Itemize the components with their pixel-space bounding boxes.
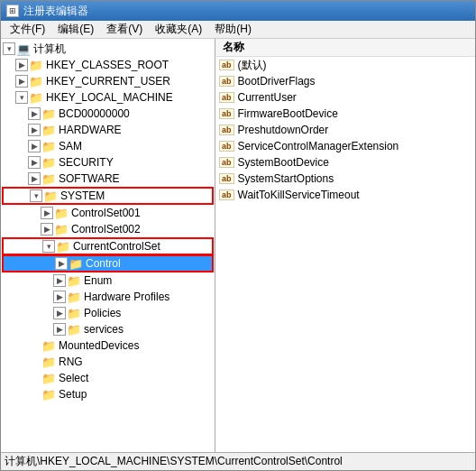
- tree-node-cs002[interactable]: ▶ 📁 ControlSet002: [1, 221, 215, 237]
- tree-label-security: SECURITY: [59, 156, 114, 169]
- expand-hkcr[interactable]: ▶: [15, 59, 28, 71]
- tree-node-hardware[interactable]: ▶ 📁 HARDWARE: [1, 122, 215, 138]
- expand-services[interactable]: ▶: [53, 323, 66, 336]
- expand-control[interactable]: ▶: [55, 257, 68, 270]
- tree-node-ccs[interactable]: ▾ 📁 CurrentControlSet: [3, 238, 213, 254]
- tree-node-services[interactable]: ▶ 📁 services: [1, 321, 215, 337]
- tree-label-cs002: ControlSet002: [71, 223, 141, 236]
- expand-policies[interactable]: ▶: [53, 307, 66, 319]
- tree-node-sam[interactable]: ▶ 📁 SAM: [1, 138, 215, 154]
- tree-label-enum: Enum: [84, 274, 112, 287]
- expand-sam[interactable]: ▶: [28, 140, 41, 152]
- folder-icon-cs002: 📁: [54, 223, 69, 236]
- tree-node-enum[interactable]: ▶ 📁 Enum: [1, 272, 215, 289]
- folder-icon-setup: 📁: [41, 388, 56, 401]
- ab-icon-sso: ab: [219, 173, 234, 184]
- expand-hwprofiles[interactable]: ▶: [53, 291, 66, 303]
- folder-icon-policies: 📁: [67, 307, 81, 319]
- reg-label-currentuser: CurrentUser: [238, 91, 297, 104]
- expand-software[interactable]: ▶: [28, 172, 41, 185]
- expand-cs001[interactable]: ▶: [41, 207, 53, 219]
- reg-label-waittokillservicetimeout: WaitToKillServiceTimeout: [238, 189, 360, 201]
- left-pane: ▾ 💻 计算机 ▶ 📁 HKEY_CLASSES_ROOT ▶ 📁 HKEY_C…: [1, 39, 215, 452]
- tree-node-system[interactable]: ▾ 📁 SYSTEM: [3, 188, 213, 204]
- menu-help[interactable]: 帮助(H): [209, 20, 257, 39]
- registry-tree: ▾ 💻 计算机 ▶ 📁 HKEY_CLASSES_ROOT ▶ 📁 HKEY_C…: [1, 39, 215, 404]
- computer-folder-icon: 💻: [16, 42, 31, 55]
- reg-item-preshutdownorder[interactable]: ab PreshutdownOrder: [215, 122, 475, 138]
- title-bar: ⊞ 注册表编辑器: [1, 1, 475, 21]
- reg-item-scmext[interactable]: ab ServiceControlManagerExtension: [215, 138, 475, 154]
- tree-node-bcd[interactable]: ▶ 📁 BCD00000000: [1, 106, 215, 122]
- reg-item-bootdriverflags[interactable]: ab BootDriverFlags: [215, 73, 475, 89]
- content-area: ▾ 💻 计算机 ▶ 📁 HKEY_CLASSES_ROOT ▶ 📁 HKEY_C…: [1, 39, 475, 452]
- tree-node-setup[interactable]: 📁 Setup: [1, 386, 215, 402]
- reg-item-firmwarebootdevice[interactable]: ab FirmwareBootDevice: [215, 106, 475, 122]
- tree-label-hardware: HARDWARE: [59, 124, 122, 136]
- tree-node-computer[interactable]: ▾ 💻 计算机: [1, 41, 215, 57]
- tree-node-mounteddevices[interactable]: 📁 MountedDevices: [1, 337, 215, 354]
- tree-node-control[interactable]: ▶ 📁 Control: [3, 255, 213, 272]
- registry-editor-window: ⊞ 注册表编辑器 文件(F) 编辑(E) 查看(V) 收藏夹(A) 帮助(H) …: [0, 0, 476, 471]
- expand-cs002[interactable]: ▶: [41, 223, 53, 236]
- reg-item-currentuser[interactable]: ab CurrentUser: [215, 89, 475, 106]
- folder-icon-system: 📁: [43, 189, 58, 202]
- tree-node-policies[interactable]: ▶ 📁 Policies: [1, 305, 215, 321]
- tree-label-services: services: [84, 323, 124, 336]
- tree-label-software: SOFTWARE: [59, 172, 120, 185]
- menu-view[interactable]: 查看(V): [101, 20, 148, 39]
- folder-icon-select: 📁: [41, 372, 56, 384]
- folder-icon-bcd: 📁: [41, 107, 56, 120]
- tree-node-hklm[interactable]: ▾ 📁 HKEY_LOCAL_MACHINE: [1, 89, 215, 106]
- tree-node-security[interactable]: ▶ 📁 SECURITY: [1, 154, 215, 171]
- ab-icon-cu: ab: [219, 92, 234, 103]
- folder-icon-enum: 📁: [67, 274, 81, 287]
- tree-node-rng[interactable]: 📁 RNG: [1, 354, 215, 370]
- reg-item-systembootdevice[interactable]: ab SystemBootDevice: [215, 154, 475, 171]
- reg-item-default[interactable]: ab (默认): [215, 57, 475, 73]
- menu-favorites[interactable]: 收藏夹(A): [150, 20, 207, 39]
- folder-icon-ccs: 📁: [56, 240, 70, 253]
- expand-hklm[interactable]: ▾: [15, 91, 28, 104]
- folder-icon-cs001: 📁: [54, 207, 69, 219]
- tree-node-software[interactable]: ▶ 📁 SOFTWARE: [1, 171, 215, 187]
- expand-bcd[interactable]: ▶: [28, 107, 41, 120]
- tree-node-cs001[interactable]: ▶ 📁 ControlSet001: [1, 205, 215, 221]
- reg-label-systemstartoptions: SystemStartOptions: [238, 172, 334, 185]
- tree-node-hwprofiles[interactable]: ▶ 📁 Hardware Profiles: [1, 289, 215, 305]
- folder-icon-services: 📁: [67, 323, 81, 336]
- expand-system[interactable]: ▾: [30, 189, 42, 202]
- folder-icon-control: 📁: [69, 257, 83, 270]
- menu-edit[interactable]: 编辑(E): [52, 20, 99, 39]
- tree-label-control: Control: [86, 257, 121, 270]
- expand-hkcu[interactable]: ▶: [15, 75, 28, 88]
- tree-node-hkcr[interactable]: ▶ 📁 HKEY_CLASSES_ROOT: [1, 57, 215, 73]
- ab-icon-sbd: ab: [219, 157, 234, 168]
- reg-item-systemstartoptions[interactable]: ab SystemStartOptions: [215, 171, 475, 187]
- expand-placeholder-setup: [28, 388, 41, 401]
- expand-security[interactable]: ▶: [28, 156, 41, 169]
- tree-label-hkcr: HKEY_CLASSES_ROOT: [46, 59, 169, 71]
- menu-file[interactable]: 文件(F): [5, 20, 50, 39]
- expand-enum[interactable]: ▶: [53, 274, 66, 287]
- tree-label-select: Select: [59, 372, 88, 384]
- folder-icon-hardware: 📁: [41, 124, 56, 136]
- expand-hardware[interactable]: ▶: [28, 124, 41, 136]
- ab-icon-wkst: ab: [219, 189, 234, 200]
- folder-icon-rng: 📁: [41, 356, 56, 368]
- folder-icon-md: 📁: [41, 339, 56, 352]
- tree-label-sam: SAM: [59, 140, 82, 152]
- ab-icon-default: ab: [219, 60, 234, 70]
- tree-node-select[interactable]: 📁 Select: [1, 370, 215, 386]
- status-path: 计算机\HKEY_LOCAL_MACHINE\SYSTEM\CurrentCon…: [5, 454, 343, 469]
- expand-computer[interactable]: ▾: [3, 42, 15, 55]
- expand-ccs[interactable]: ▾: [42, 240, 55, 253]
- ab-icon-bdf: ab: [219, 76, 234, 87]
- folder-icon-software: 📁: [41, 172, 56, 185]
- tree-label-policies: Policies: [84, 307, 121, 319]
- tree-node-hkcu[interactable]: ▶ 📁 HKEY_CURRENT_USER: [1, 73, 215, 89]
- tree-label-bcd: BCD00000000: [59, 107, 130, 120]
- folder-icon-hkcu: 📁: [29, 75, 43, 88]
- tree-label-rng: RNG: [59, 356, 83, 368]
- reg-item-waittokillservicetimeout[interactable]: ab WaitToKillServiceTimeout: [215, 187, 475, 203]
